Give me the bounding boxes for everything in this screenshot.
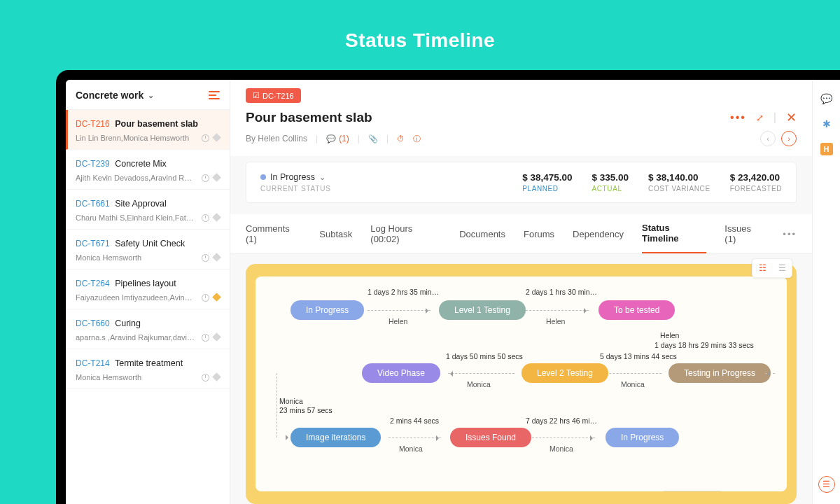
view-flow-button[interactable]: ☷: [752, 259, 772, 277]
sidebar-header: Concrete work ⌄: [66, 80, 230, 110]
collapse-sidebar-icon[interactable]: [209, 91, 220, 99]
edge-duration: 1 days 2 hrs 35 min…: [368, 288, 438, 296]
node-in-progress[interactable]: In Progress: [290, 300, 364, 320]
edge-author: Monica: [621, 380, 645, 388]
edge-duration: 1 days 18 hrs 29 mins 33 secs: [654, 341, 754, 349]
task-id: DC-T660: [76, 318, 110, 328]
tab-documents[interactable]: Documents: [459, 220, 505, 248]
task-assignees: Charu Mathi S,Einhard Klein,Fathima…: [76, 214, 195, 222]
task-id-badge[interactable]: ☑ DC-T216: [246, 88, 301, 103]
device-frame: Concrete work ⌄ DC-T216 Pour basement sl…: [56, 70, 840, 504]
tab-log-hours-[interactable]: Log Hours (00:02): [370, 215, 441, 253]
title-actions: ••• ⤢ | ✕: [730, 110, 797, 125]
node-issues-found[interactable]: Issues Found: [450, 428, 531, 447]
task-item[interactable]: DC-T239 Concrete MixAjith Kevin Devadoss…: [66, 150, 230, 190]
clock-icon: [202, 254, 209, 262]
edge-duration: 23 mins 57 secs: [279, 406, 332, 414]
task-title: Site Approval: [113, 199, 167, 209]
tab-forums[interactable]: Forums: [524, 220, 554, 248]
priority-icon: [212, 133, 221, 142]
edge-duration: 1 days 50 mins 50 secs: [446, 352, 523, 360]
page-header: ☑ DC-T216 Pour basement slab ••• ⤢ | ✕ B…: [230, 80, 812, 156]
project-selector[interactable]: Concrete work ⌄: [76, 90, 154, 101]
next-button[interactable]: ›: [781, 131, 797, 146]
view-list-button[interactable]: ☰: [772, 259, 792, 277]
node-video-phase[interactable]: Video Phase: [362, 363, 440, 383]
clipboard-icon: ☑: [253, 91, 260, 100]
edge-author: Helen: [660, 331, 679, 340]
status-dropdown[interactable]: In Progress ⌄: [260, 172, 331, 182]
main-panel: ☑ DC-T216 Pour basement slab ••• ⤢ | ✕ B…: [230, 80, 812, 504]
expand-icon[interactable]: ⤢: [756, 113, 764, 123]
divider: |: [774, 111, 776, 124]
task-item[interactable]: DC-T214 Termite treatmentMonica Hemswort…: [66, 349, 230, 389]
priority-icon: [212, 253, 221, 262]
node-yet-to-close[interactable]: Yet to close: [654, 491, 730, 491]
chat-icon[interactable]: 💬: [820, 92, 833, 105]
clock-icon: [202, 174, 209, 182]
task-item[interactable]: DC-T264 Pipelines layoutFaiyazudeen Imti…: [66, 270, 230, 309]
task-id: DC-T264: [76, 279, 110, 288]
task-title: Pipelines layout: [113, 279, 176, 288]
clock-icon: [202, 214, 209, 222]
task-assignees: Faiyazudeen Imtiyazudeen,Avinash …: [76, 293, 195, 302]
priority-icon: [212, 213, 221, 222]
close-icon[interactable]: ✕: [786, 110, 797, 125]
tab-comments-[interactable]: Comments (1): [246, 215, 301, 253]
task-item[interactable]: DC-T216 Pour basement slabLin Lin Brenn,…: [66, 110, 230, 150]
tab-dependency[interactable]: Dependency: [573, 220, 624, 248]
cost-value: $ 38,140.00: [648, 172, 710, 183]
task-title: Pour basement slab: [113, 119, 198, 129]
timer-icon[interactable]: ⏱: [397, 134, 405, 143]
view-toggle: ☷ ☰: [752, 258, 792, 278]
edge-duration: 5 days 13 mins 44 secs: [600, 352, 677, 360]
tab-subtask[interactable]: Subtask: [319, 220, 352, 248]
edge-arrow: [368, 310, 430, 311]
task-assignees: aparna.s ,Aravind Rajkumar,davidh: [76, 333, 195, 342]
timeline-canvas[interactable]: In Progress 1 days 2 hrs 35 min… Helen L…: [255, 276, 787, 491]
edge-duration: 2 days 1 hrs 30 min…: [523, 288, 600, 296]
node-level2-testing[interactable]: Level 2 Testing: [522, 363, 608, 383]
task-item[interactable]: DC-T671 Safety Unit CheckMonica Hemswort…: [66, 230, 230, 270]
node-testing-in-progress[interactable]: Testing in Progress: [668, 363, 771, 383]
attachment-icon[interactable]: 📎: [368, 134, 378, 144]
node-in-progress-2[interactable]: In Progress: [606, 428, 679, 447]
comment-count: (1): [339, 134, 349, 144]
page-title: Pour basement slab: [246, 110, 372, 125]
tab-more-icon[interactable]: •••: [783, 220, 797, 248]
edge-author: Monica: [467, 380, 491, 388]
task-assignees: Lin Lin Brenn,Monica Hemsworth: [76, 134, 189, 142]
task-id: DC-T216: [76, 119, 110, 129]
node-to-be-tested[interactable]: To be tested: [598, 300, 675, 320]
node-image-iterations[interactable]: Image iterations: [290, 428, 381, 447]
task-item[interactable]: DC-T661 Site ApprovalCharu Mathi S,Einha…: [66, 190, 230, 230]
status-text: In Progress: [270, 172, 315, 182]
priority-icon: [212, 332, 221, 342]
edge-arrow: [388, 438, 441, 438]
right-rail: 💬 ✱ H ☰: [812, 80, 840, 504]
priority-icon: [212, 293, 221, 302]
help-icon[interactable]: H: [820, 143, 833, 155]
app-screen: Concrete work ⌄ DC-T216 Pour basement sl…: [66, 80, 840, 504]
node-level1-testing[interactable]: Level 1 Testing: [439, 300, 526, 320]
task-id: DC-T214: [76, 358, 110, 368]
task-title: Safety Unit Check: [113, 239, 186, 248]
feedback-icon[interactable]: ☰: [818, 476, 835, 493]
tabs: Comments (1)SubtaskLog Hours (00:02)Docu…: [230, 214, 812, 254]
priority-icon: [212, 372, 221, 382]
prev-button[interactable]: ‹: [760, 131, 776, 146]
task-item[interactable]: DC-T660 Curingaparna.s ,Aravind Rajkumar…: [66, 309, 230, 349]
sidebar: Concrete work ⌄ DC-T216 Pour basement sl…: [66, 80, 230, 504]
tab-status-timeline[interactable]: Status Timeline: [642, 214, 706, 253]
comment-icon[interactable]: 💬: [326, 134, 336, 144]
tab-issues-[interactable]: Issues (1): [724, 215, 763, 253]
edge-author: Monica: [550, 444, 573, 453]
settings-icon[interactable]: ✱: [820, 118, 833, 130]
divider: |: [358, 134, 360, 144]
badge-text: DC-T216: [262, 92, 294, 100]
status-sublabel: CURRENT STATUS: [260, 185, 331, 192]
task-id: DC-T239: [76, 159, 110, 169]
edge-arrow: [765, 373, 775, 374]
info-icon[interactable]: ⓘ: [413, 134, 421, 144]
more-icon[interactable]: •••: [730, 111, 746, 124]
